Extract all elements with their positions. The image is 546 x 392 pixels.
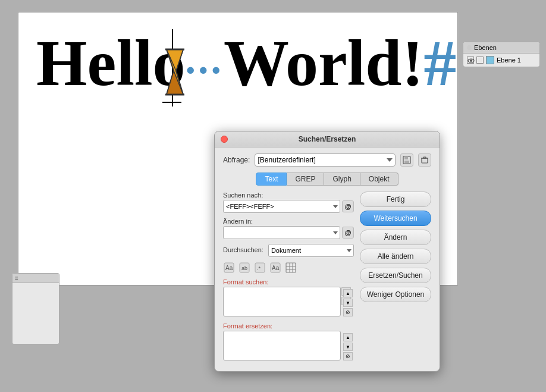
aendern-input-row: @ <box>223 226 354 239</box>
layer-visibility-icon[interactable] <box>467 57 474 64</box>
dialog-titlebar: Suchen/Ersetzen <box>215 131 440 148</box>
svg-point-6 <box>470 59 472 62</box>
format-ersetzen-up-btn[interactable]: ▲ <box>343 333 353 341</box>
dialog-left-column: Suchen nach: <FEFF><FEFF> @ Ändern in: <box>223 192 354 365</box>
svg-rect-10 <box>422 158 428 163</box>
svg-rect-8 <box>404 156 408 159</box>
format-suchen-up-btn[interactable]: ▲ <box>343 289 353 297</box>
layer1-label: Ebene 1 <box>497 57 521 64</box>
format-ersetzen-section: Format ersetzen: ▲ ▼ ⊘ <box>223 322 341 360</box>
format-suchen-box: ▲ ▼ <box>223 287 341 316</box>
layer-color-swatch <box>486 56 494 64</box>
suchen-input[interactable]: <FEFF><FEFF> <box>223 200 340 213</box>
suchen-field-row: Suchen nach: <FEFF><FEFF> @ <box>223 192 354 213</box>
format-suchen-clear-btn[interactable]: ⊘ <box>343 308 353 316</box>
durchsuchen-select[interactable]: Dokument <box>268 244 354 257</box>
format-suchen-label: Format suchen: <box>223 278 341 286</box>
svg-rect-9 <box>404 161 409 163</box>
layer-lock-icon[interactable] <box>476 57 484 64</box>
small-panel-icon: ≡ <box>15 275 18 281</box>
svg-text:ab: ab <box>241 265 247 271</box>
document-text: Hello···World!# <box>36 30 456 96</box>
dialog-title: Suchen/Ersetzen <box>299 135 356 143</box>
small-panel-header: ≡ <box>12 274 59 283</box>
hourglass-cursor-icon <box>164 48 186 96</box>
svg-text:Aa: Aa <box>272 265 280 271</box>
svg-text:.*: .* <box>257 265 261 271</box>
suchen-input-row: <FEFF><FEFF> @ <box>223 200 354 213</box>
case-sensitive-icon[interactable]: Aa <box>223 262 235 274</box>
icons-row: Aa ab .* Aa <box>223 262 354 274</box>
dialog-body: Abfrage: [Benutzerdefiniert] Text GREP G… <box>215 148 440 371</box>
abfrage-label: Abfrage: <box>223 156 250 164</box>
search-replace-dialog: Suchen/Ersetzen Abfrage: [Benutzerdefini… <box>214 131 440 372</box>
durchsuchen-row: Durchsuchen: Dokument <box>223 244 354 257</box>
suchen-label: Suchen nach: <box>223 192 354 199</box>
aendern-at-button[interactable]: @ <box>342 227 354 239</box>
text-cursor-horizontal <box>162 102 181 103</box>
tab-grep[interactable]: GREP <box>287 173 324 186</box>
tab-objekt[interactable]: Objekt <box>360 173 398 186</box>
weitersuchen-button[interactable]: Weitersuchen <box>360 211 431 226</box>
save-query-button[interactable] <box>400 153 413 167</box>
dialog-columns: Suchen nach: <FEFF><FEFF> @ Ändern in: <box>223 192 431 365</box>
layers-panel: Ebenen Ebene 1 <box>463 42 540 67</box>
svg-marker-1 <box>167 49 183 71</box>
format-ersetzen-down-btn[interactable]: ▼ <box>343 343 353 351</box>
weniger-optionen-button[interactable]: Weniger Optionen <box>360 287 431 302</box>
svg-text:Aa: Aa <box>225 265 233 271</box>
format-ersetzen-clear-btn[interactable]: ⊘ <box>343 352 353 360</box>
tab-text[interactable]: Text <box>256 173 287 186</box>
ersetzen-suchen-button[interactable]: Ersetzen/Suchen <box>360 268 431 283</box>
aendern-label: Ändern in: <box>223 218 354 225</box>
format-ersetzen-box <box>223 331 341 360</box>
aendern-field-row: Ändern in: @ <box>223 218 354 239</box>
delete-query-button[interactable] <box>418 153 431 167</box>
layers-panel-header: Ebenen <box>463 42 539 54</box>
layers-close-icon[interactable] <box>467 45 472 50</box>
font-format-icon[interactable]: Aa <box>269 262 281 274</box>
hash-mark: # <box>423 27 456 99</box>
format-suchen-down-btn[interactable]: ▼ <box>343 299 353 307</box>
format-ersetzen-label: Format ersetzen: <box>223 322 341 330</box>
abfrage-row: Abfrage: [Benutzerdefiniert] <box>223 153 431 167</box>
whole-word-icon[interactable]: ab <box>239 262 250 274</box>
format-suchen-section: Format suchen: ▲ ▼ ▲ ▼ ⊘ <box>223 278 341 316</box>
suchen-at-button[interactable]: @ <box>342 200 354 212</box>
layers-panel-title: Ebenen <box>474 44 497 51</box>
dialog-close-button[interactable] <box>221 136 228 143</box>
layers-row: Ebene 1 <box>463 54 539 67</box>
svg-rect-12 <box>423 157 426 158</box>
regex-icon[interactable]: .* <box>254 262 266 274</box>
aendern-button[interactable]: Ändern <box>360 230 431 245</box>
aendern-input[interactable] <box>223 226 340 239</box>
table-icon[interactable] <box>285 262 297 274</box>
alle-aendern-button[interactable]: Alle ändern <box>360 249 431 264</box>
dialog-right-column: Fertig Weitersuchen Ändern Alle ändern E… <box>360 192 431 365</box>
abfrage-select[interactable]: [Benutzerdefiniert] <box>255 153 396 167</box>
fertig-button[interactable]: Fertig <box>360 192 431 207</box>
small-side-panel: ≡ <box>12 273 59 344</box>
durchsuchen-label: Durchsuchen: <box>223 246 263 253</box>
tab-bar: Text GREP Glyph Objekt <box>223 173 431 186</box>
tab-glyph[interactable]: Glyph <box>324 173 360 186</box>
svg-rect-21 <box>286 263 296 272</box>
svg-marker-2 <box>167 71 183 95</box>
